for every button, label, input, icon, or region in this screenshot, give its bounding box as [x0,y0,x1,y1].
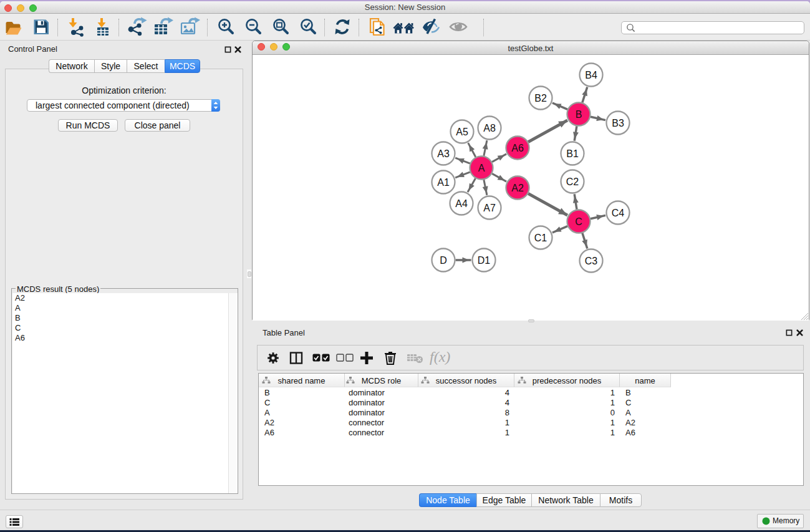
svg-text:B3: B3 [612,118,624,128]
svg-text:C2: C2 [566,177,579,187]
svg-text:A: A [478,163,485,173]
svg-text:C: C [575,216,582,227]
svg-text:B4: B4 [585,70,597,80]
svg-text:C4: C4 [612,208,625,218]
svg-text:A6: A6 [511,143,524,153]
svg-text:D: D [440,255,447,266]
svg-text:A8: A8 [483,123,496,133]
svg-text:A5: A5 [456,127,468,137]
svg-text:D1: D1 [478,255,491,266]
svg-text:A1: A1 [437,177,450,188]
svg-text:B2: B2 [534,93,547,104]
svg-text:A7: A7 [483,203,496,213]
svg-text:B: B [576,109,582,120]
svg-text:C3: C3 [585,256,598,266]
svg-text:A2: A2 [511,183,524,193]
svg-text:C1: C1 [534,233,547,243]
svg-text:A4: A4 [455,198,468,209]
svg-text:A3: A3 [437,148,450,159]
svg-text:B1: B1 [566,148,579,159]
